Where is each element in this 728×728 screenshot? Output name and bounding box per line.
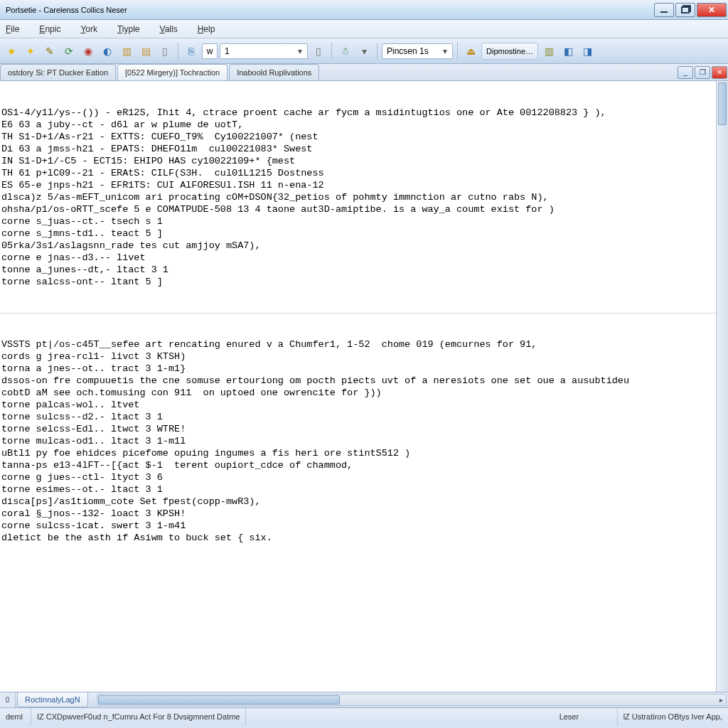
log-line: coral §_jnos--132- loact 3 KPSH! <box>0 508 725 520</box>
toolbar: ★ ✦ ✎ ⟳ ◉ ◐ ▥ ▤ ▯ ⎘ 1 ▾ ▯ ☃ ▾ Pincsen 1s… <box>0 38 728 64</box>
page-letter-input[interactable] <box>202 43 218 59</box>
log-line: tanna-ps e13-4lFT--[{act $-1 terent oupi… <box>0 459 725 471</box>
log-line: torne selcss-Edl.. ltwct 3 WTRE! <box>0 423 725 435</box>
scheme-value: Pincsen 1s <box>387 46 439 56</box>
toolbar-sep-2 <box>331 43 332 60</box>
action-button[interactable]: Dipmostine… <box>481 43 538 60</box>
chevron-down-icon: ▾ <box>294 46 306 56</box>
doc-tab-spacer <box>321 64 676 80</box>
status-cell-3: Leser <box>554 708 618 725</box>
log-line: corne sulcss-icat. swert 3 1-m41 <box>0 520 725 532</box>
menu-help[interactable]: Help <box>198 24 215 34</box>
hscrollbar-thumb[interactable] <box>98 695 340 705</box>
status-bar: deml IZ CXDpwverF0ud n_fCumru Act For 8 … <box>0 708 728 725</box>
menu-bar: File Enpic York Tiyple Valls Help <box>0 20 728 38</box>
log-line: OS1-4/y1l/ys--()) - eR12S, Ihit 4, ctrac… <box>0 107 725 119</box>
doc-tab-1[interactable]: ostdory Si: PT Ducker Eation <box>0 64 116 80</box>
globe-icon[interactable]: ◐ <box>99 43 116 60</box>
sheet-tab-1[interactable]: RoctinnalyLagN <box>17 692 88 707</box>
eject-icon[interactable]: ⏏ <box>462 43 479 60</box>
sheet-nav-button[interactable]: 0 <box>0 692 16 707</box>
close-button[interactable] <box>697 3 727 17</box>
scroll-right-icon[interactable]: ▸ <box>715 695 727 705</box>
log-line: ohsha/p1/os-oRTT_scefe 5 e COMATPUDE-508… <box>0 203 725 215</box>
menu-valls[interactable]: Valls <box>160 24 178 34</box>
log-line: dletict be the asth if Asiwm to buck set… <box>0 532 725 544</box>
doc-restore-button[interactable]: ❐ <box>695 66 710 79</box>
window-buttons <box>653 3 727 17</box>
toolbar-sep-4 <box>457 43 458 60</box>
toolbar-sep-1 <box>178 43 178 60</box>
toolbar-sep-3 <box>377 43 378 60</box>
log-line: torne sulcss--d2.- ltact 3 1 <box>0 411 725 423</box>
split-line <box>0 313 725 314</box>
menu-file[interactable]: File <box>6 24 19 34</box>
log-line: dssos-on fre compuuetis the cne somuse e… <box>0 375 725 387</box>
menu-tiyple[interactable]: Tiyple <box>117 24 140 34</box>
log-line: corne s_juas--ct.- tsech s 1 <box>0 215 725 228</box>
star-icon[interactable]: ★ <box>3 43 20 60</box>
chevron-down-icon: ▾ <box>439 46 451 56</box>
action-label: Dipmostine… <box>486 47 533 55</box>
doc-tab-3[interactable]: Inaboold Ruplivations <box>229 64 319 80</box>
star-add-icon[interactable]: ✦ <box>22 43 39 60</box>
folder-icon[interactable]: ▥ <box>118 43 135 60</box>
panel-right-icon[interactable]: ◨ <box>579 43 596 60</box>
wand-icon[interactable]: ✎ <box>41 43 58 60</box>
log-line: IN S1-D+1/-C5 - ECT15: EHIPO HAS cy10022… <box>0 155 725 167</box>
menu-york[interactable]: York <box>80 24 97 34</box>
log-line: torne palcas-wol.. ltvet <box>0 399 725 411</box>
user-icon[interactable]: ☃ <box>336 43 353 60</box>
panel-left-icon[interactable]: ◧ <box>560 43 577 60</box>
log-output[interactable]: OS1-4/y1l/ys--()) - eR12S, Ihit 4, ctrac… <box>0 81 728 692</box>
log-line: cobtD aM see och.tomusing con 911 on upt… <box>0 387 725 399</box>
status-cell-1: deml <box>0 708 31 725</box>
log-line: torne mulcas-od1.. ltact 3 1-m1l <box>0 435 725 447</box>
window-title: Portsetie - Carelenss Collics Neser <box>6 6 653 14</box>
log-line: torne salcss-ont-- ltant 5 ] <box>0 276 725 288</box>
log-line: TH 61 p+lC09--21 - ERAtS: CILF(S3H. cul0… <box>0 167 725 179</box>
log-line: VSSTS pt|/os-c45T__sefee art rencating e… <box>0 338 725 350</box>
log-line: dlsca)z 5/as-mEFT_unicom ari procating c… <box>0 191 725 203</box>
log-line: torne esimes--ot.- ltact 3 1 <box>0 483 725 496</box>
page-number-combo[interactable]: 1 ▾ <box>220 43 308 59</box>
doc-close-button[interactable]: ✕ <box>712 66 727 79</box>
scrollbar-thumb[interactable] <box>718 82 727 125</box>
log-line: corne g jues--ctl- ltyct 3 6 <box>0 471 725 483</box>
log-line: E6 63 a juby--ct - d6l ar w plume de uot… <box>0 119 725 131</box>
log-line: corne s_jmns-td1.. teact 5 ] <box>0 228 725 240</box>
minimize-button[interactable] <box>654 3 674 17</box>
log-line: cords g jrea-rcl1- livct 3 KTSH) <box>0 350 725 363</box>
page-icon[interactable]: ▯ <box>156 43 173 60</box>
document-tab-row: ostdory Si: PT Ducker Eation [0522 Mirge… <box>0 64 728 81</box>
log-line: corne e jnas--d3.-- livet <box>0 252 725 264</box>
status-cell-2: IZ CXDpwverF0ud n_fCumru Act For 8 Dvsig… <box>31 708 246 725</box>
log-line: TH S1-D+1/As-r21 - EXTTS: CUEFO_T9% Cy10… <box>0 131 725 143</box>
doc-minimize-button[interactable]: _ <box>678 66 693 79</box>
log-line: 05rka/3s1/aslagsnn_rade tes cut amjjoy m… <box>0 240 725 252</box>
window-titlebar: Portsetie - Carelenss Collics Neser <box>0 0 728 20</box>
doc-tab-2[interactable]: [0522 Mirgery)] Tochraction <box>117 64 228 80</box>
breakpoint-icon[interactable]: ◉ <box>80 43 97 60</box>
log-line: Di 63 a jmss-h21 - EPATS: DHEFO1lm cul00… <box>0 143 725 155</box>
log-line: torna a jnes--ot.. tract 3 1-m1} <box>0 363 725 375</box>
scheme-combo[interactable]: Pincsen 1s ▾ <box>382 43 453 59</box>
doc-window-buttons: _ ❐ ✕ <box>676 64 728 80</box>
log-line: uBtl1 py foe ehidces picefome opuing ing… <box>0 447 725 459</box>
status-cell-4: lZ Ustratiron OBtys Iver App, <box>618 708 728 725</box>
log-line: ES 65-e jnps-h21 - EFR1TS: CUI AlFORESUl… <box>0 179 725 191</box>
doc-refresh-icon[interactable]: ⎘ <box>183 43 200 60</box>
page-number-value: 1 <box>225 46 294 56</box>
doc-icon[interactable]: ▯ <box>310 43 327 60</box>
vertical-scrollbar[interactable] <box>716 81 728 692</box>
folder-open-icon[interactable]: ▤ <box>137 43 154 60</box>
refresh-icon[interactable]: ⟳ <box>60 43 77 60</box>
flag-icon[interactable]: ▾ <box>355 43 373 60</box>
bottom-tab-row: 0 RoctinnalyLagN ◂ ▸ <box>0 692 728 708</box>
horizontal-scrollbar[interactable]: ◂ ▸ <box>97 694 727 706</box>
log-line: tonne a_junes--dt,- ltact 3 1 <box>0 264 725 276</box>
log-line: disca[ps]/as1tiomm_cote Set fpest(copp-m… <box>0 496 725 508</box>
menu-enpic[interactable]: Enpic <box>39 24 60 34</box>
restore-button[interactable] <box>675 3 695 17</box>
columns-icon[interactable]: ▥ <box>540 43 557 60</box>
